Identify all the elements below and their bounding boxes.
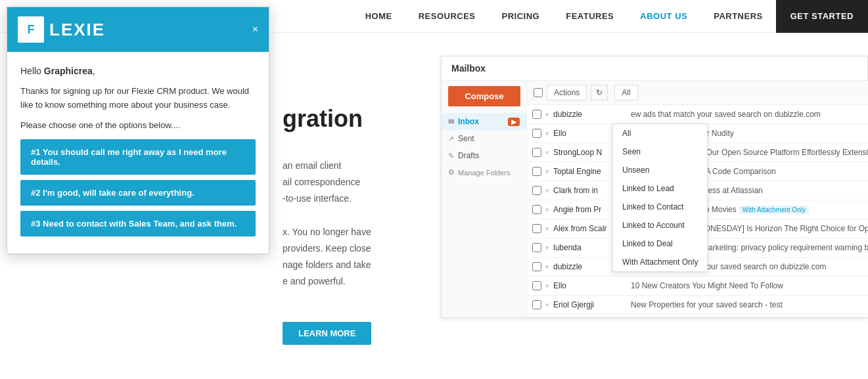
- star-icon[interactable]: ▾: [545, 206, 549, 214]
- filter-with-attachment[interactable]: With Attachment Only: [613, 253, 707, 271]
- chat-greeting: Hello Graphicrea,: [20, 64, 256, 78]
- nav-home[interactable]: HOME: [365, 11, 392, 21]
- manage-folders[interactable]: ⚙ Manage Folders: [442, 164, 526, 181]
- nav-links: HOME RESOURCES PRICING FEATURES ABOUT US…: [365, 11, 763, 21]
- email-checkbox[interactable]: [532, 167, 541, 176]
- star-icon[interactable]: ▾: [545, 244, 549, 252]
- learn-more-button[interactable]: LEARN MORE: [283, 322, 371, 345]
- email-checkbox[interactable]: [532, 129, 541, 138]
- chat-header: F LEXIE ×: [7, 7, 269, 52]
- table-row[interactable]: ▾Ello10 New Creators You Might Need To F…: [527, 315, 868, 317]
- chat-intro: Thanks for signing up for our Flexie CRM…: [20, 85, 256, 112]
- inbox-badge: ▶: [508, 118, 520, 126]
- table-row[interactable]: ▾dubizzleew ads that match your saved se…: [527, 105, 868, 124]
- select-all-checkbox[interactable]: [534, 88, 543, 97]
- logo-text: LEXIE: [49, 20, 105, 40]
- chat-popup: F LEXIE × Hello Graphicrea, Thanks for s…: [7, 7, 269, 254]
- filter-linked-lead[interactable]: Linked to Lead: [613, 179, 707, 198]
- email-sender: Eriol Gjergji: [553, 300, 626, 309]
- manage-folders-label: Manage Folders: [458, 169, 511, 177]
- nav-pricing[interactable]: PRICING: [502, 11, 540, 21]
- gear-icon: ⚙: [448, 168, 455, 177]
- chat-option-1[interactable]: #1 You should call me right away as I ne…: [20, 139, 256, 175]
- star-icon[interactable]: ▾: [545, 148, 549, 157]
- star-icon[interactable]: ▾: [545, 225, 549, 233]
- sent-icon: ↗: [448, 135, 454, 143]
- table-row[interactable]: ▾Ello10 New Creators You Might Need To F…: [527, 277, 868, 296]
- email-subject: 10 New Creators You Might Need To Follow: [631, 281, 868, 290]
- email-checkbox[interactable]: [532, 281, 541, 290]
- chat-logo: F LEXIE: [18, 16, 105, 43]
- inbox-icon: ✉: [448, 118, 454, 126]
- email-checkbox[interactable]: [532, 300, 541, 309]
- star-icon[interactable]: ▾: [545, 110, 549, 119]
- compose-button[interactable]: Compose: [448, 86, 520, 106]
- email-checkbox[interactable]: [532, 262, 541, 271]
- chat-question: Please choose one of the options below..…: [20, 119, 256, 133]
- filter-linked-account[interactable]: Linked to Account: [613, 216, 707, 234]
- nav-partners[interactable]: PARTNERS: [714, 11, 763, 21]
- logo-icon: F: [18, 16, 44, 43]
- nav-resources[interactable]: RESOURCES: [419, 11, 476, 21]
- nav-features[interactable]: FEATURES: [566, 11, 614, 21]
- email-checkbox[interactable]: [532, 224, 541, 233]
- filter-all[interactable]: All: [613, 124, 707, 143]
- close-button[interactable]: ×: [252, 24, 258, 35]
- email-subject: New Properties for your saved search - t…: [631, 300, 868, 309]
- folder-inbox[interactable]: ✉ Inbox ▶: [442, 113, 526, 130]
- mailbox-toolbar: Actions ↻ All: [527, 81, 868, 105]
- folder-drafts[interactable]: ✎ Drafts: [442, 147, 526, 164]
- star-icon[interactable]: ▾: [545, 301, 549, 309]
- actions-button[interactable]: Actions: [547, 85, 587, 100]
- mailbox-panel: Mailbox Compose ✉ Inbox ▶ ↗ Sent ✎ Draft…: [441, 56, 868, 318]
- email-sender: dubizzle: [553, 110, 626, 119]
- table-row[interactable]: ▾Eriol GjergjiNew Properties for your sa…: [527, 296, 868, 315]
- filter-button[interactable]: All: [614, 85, 637, 100]
- email-tag: With Attachment Only: [739, 206, 809, 214]
- star-icon[interactable]: ▾: [545, 263, 549, 271]
- greeting-name: Graphicrea: [44, 66, 93, 76]
- folder-sent-label: Sent: [458, 134, 474, 143]
- folder-sent[interactable]: ↗ Sent: [442, 130, 526, 147]
- filter-seen[interactable]: Seen: [613, 143, 707, 161]
- bg-heading: gration: [283, 105, 363, 133]
- email-checkbox[interactable]: [532, 110, 541, 119]
- star-icon[interactable]: ▾: [545, 129, 549, 138]
- filter-unseen[interactable]: Unseen: [613, 161, 707, 179]
- mailbox-title: Mailbox: [442, 56, 867, 81]
- folder-drafts-label: Drafts: [458, 151, 479, 160]
- bg-text: an email client ail correspondence -to-u…: [283, 158, 371, 290]
- star-icon[interactable]: ▾: [545, 187, 549, 195]
- filter-dropdown: All Seen Unseen Linked to Lead Linked to…: [612, 123, 708, 272]
- chat-body: Hello Graphicrea, Thanks for signing up …: [7, 52, 269, 254]
- email-sender: Ello: [553, 281, 626, 290]
- mailbox-sidebar: Compose ✉ Inbox ▶ ↗ Sent ✎ Drafts ⚙ Mana…: [442, 81, 527, 317]
- star-icon[interactable]: ▾: [545, 167, 549, 176]
- refresh-button[interactable]: ↻: [591, 85, 608, 100]
- filter-linked-contact[interactable]: Linked to Contact: [613, 198, 707, 216]
- get-started-button[interactable]: GET STARTED: [776, 0, 868, 33]
- greeting-prefix: Hello: [20, 66, 44, 76]
- email-checkbox[interactable]: [532, 186, 541, 195]
- email-checkbox[interactable]: [532, 205, 541, 214]
- chat-option-3[interactable]: #3 Need to contact with Sales Team, and …: [20, 211, 256, 236]
- star-icon[interactable]: ▾: [545, 282, 549, 290]
- chat-option-2[interactable]: #2 I'm good, will take care of everythin…: [20, 180, 256, 206]
- email-subject: ew ads that match your saved search on d…: [631, 110, 868, 119]
- filter-linked-deal[interactable]: Linked to Deal: [613, 234, 707, 253]
- nav-about-us[interactable]: ABOUT US: [640, 11, 687, 21]
- drafts-icon: ✎: [448, 152, 454, 160]
- email-checkbox[interactable]: [532, 148, 541, 157]
- folder-inbox-label: Inbox: [458, 117, 479, 126]
- email-checkbox[interactable]: [532, 243, 541, 252]
- mailbox-body: Compose ✉ Inbox ▶ ↗ Sent ✎ Drafts ⚙ Mana…: [442, 81, 867, 317]
